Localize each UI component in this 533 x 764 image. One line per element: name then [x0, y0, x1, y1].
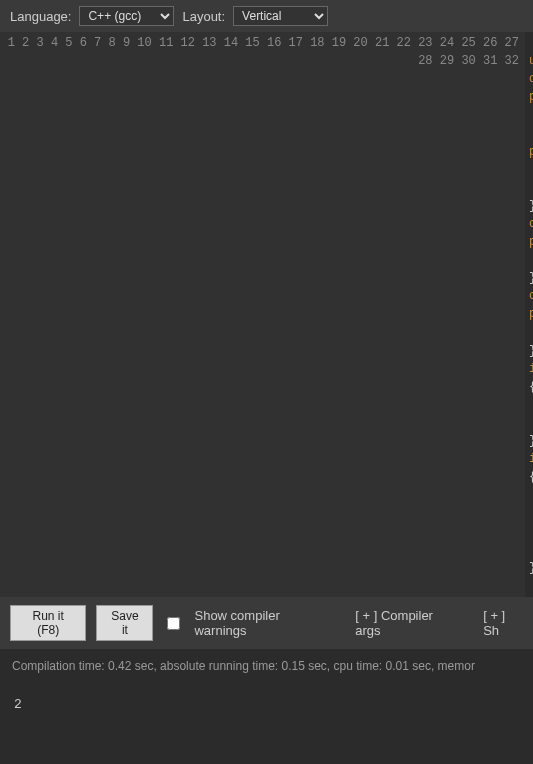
language-label: Language:: [10, 9, 71, 24]
show-input-label: Sh: [483, 623, 499, 638]
show-warnings-checkbox[interactable]: [167, 617, 180, 630]
top-toolbar: Language: C++ (gcc) Layout: Vertical: [0, 0, 533, 32]
program-output: 2: [0, 683, 533, 726]
bottom-toolbar: Run it (F8) Save it Show compiler warnin…: [0, 597, 533, 649]
language-select[interactable]: C++ (gcc): [79, 6, 174, 26]
code-editor[interactable]: 1 2 3 4 5 6 7 8 9 10 11 12 13 14 15 16 1…: [0, 32, 533, 597]
compiler-args-toggle[interactable]: [ + ] Compiler args: [355, 608, 457, 638]
layout-select[interactable]: Vertical: [233, 6, 328, 26]
code-area[interactable]: using namespace std;class Vehicle{protec…: [525, 32, 533, 597]
plus-icon: [ + ]: [483, 608, 505, 623]
line-gutter: 1 2 3 4 5 6 7 8 9 10 11 12 13 14 15 16 1…: [0, 32, 525, 597]
save-button[interactable]: Save it: [96, 605, 153, 641]
plus-icon: [ + ]: [355, 608, 377, 623]
run-button[interactable]: Run it (F8): [10, 605, 86, 641]
show-warnings-label: Show compiler warnings: [194, 608, 329, 638]
show-input-toggle[interactable]: [ + ] Sh: [483, 608, 523, 638]
layout-label: Layout:: [182, 9, 225, 24]
status-bar: Compilation time: 0.42 sec, absolute run…: [0, 649, 533, 683]
